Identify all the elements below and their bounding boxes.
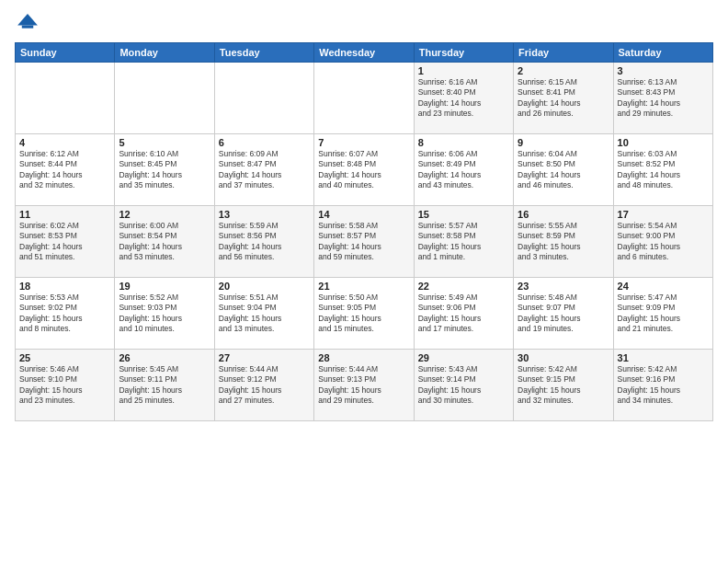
calendar-cell: 23Sunrise: 5:48 AM Sunset: 9:07 PM Dayli…	[514, 278, 613, 350]
day-number: 17	[618, 209, 709, 220]
calendar-week-5: 25Sunrise: 5:46 AM Sunset: 9:10 PM Dayli…	[16, 350, 713, 421]
day-number: 8	[418, 137, 509, 148]
day-number: 2	[518, 65, 609, 76]
logo-icon	[15, 11, 40, 37]
day-info: Sunrise: 6:04 AM Sunset: 8:50 PM Dayligh…	[518, 149, 609, 191]
day-info: Sunrise: 5:52 AM Sunset: 9:03 PM Dayligh…	[119, 293, 210, 335]
day-number: 6	[219, 137, 310, 148]
day-info: Sunrise: 5:51 AM Sunset: 9:04 PM Dayligh…	[219, 293, 310, 335]
day-info: Sunrise: 5:47 AM Sunset: 9:09 PM Dayligh…	[618, 293, 709, 335]
day-number: 14	[318, 209, 409, 220]
calendar-cell: 5Sunrise: 6:10 AM Sunset: 8:45 PM Daylig…	[115, 134, 214, 206]
day-number: 4	[19, 137, 110, 148]
day-number: 5	[119, 137, 210, 148]
day-info: Sunrise: 5:53 AM Sunset: 9:02 PM Dayligh…	[19, 293, 110, 335]
day-number: 13	[219, 209, 310, 220]
day-number: 19	[119, 281, 210, 292]
calendar-cell: 11Sunrise: 6:02 AM Sunset: 8:53 PM Dayli…	[16, 206, 115, 278]
day-info: Sunrise: 6:06 AM Sunset: 8:49 PM Dayligh…	[418, 149, 509, 191]
header	[15, 11, 713, 37]
day-info: Sunrise: 6:07 AM Sunset: 8:48 PM Dayligh…	[318, 149, 409, 191]
calendar-header-row: SundayMondayTuesdayWednesdayThursdayFrid…	[16, 43, 713, 63]
calendar-cell: 17Sunrise: 5:54 AM Sunset: 9:00 PM Dayli…	[613, 206, 712, 278]
day-number: 24	[618, 281, 709, 292]
calendar-cell: 26Sunrise: 5:45 AM Sunset: 9:11 PM Dayli…	[115, 350, 214, 421]
day-number: 18	[19, 281, 110, 292]
calendar-cell: 18Sunrise: 5:53 AM Sunset: 9:02 PM Dayli…	[16, 278, 115, 350]
day-number: 20	[219, 281, 310, 292]
calendar-cell: 7Sunrise: 6:07 AM Sunset: 8:48 PM Daylig…	[314, 134, 414, 206]
day-number: 27	[219, 352, 310, 363]
calendar-cell	[214, 63, 313, 134]
col-header-tuesday: Tuesday	[214, 43, 313, 63]
svg-marker-0	[17, 14, 38, 25]
calendar-cell: 25Sunrise: 5:46 AM Sunset: 9:10 PM Dayli…	[16, 350, 115, 421]
day-info: Sunrise: 5:58 AM Sunset: 8:57 PM Dayligh…	[318, 221, 409, 263]
day-info: Sunrise: 6:02 AM Sunset: 8:53 PM Dayligh…	[19, 221, 110, 263]
col-header-sunday: Sunday	[16, 43, 115, 63]
day-number: 25	[19, 352, 110, 363]
day-number: 15	[418, 209, 509, 220]
calendar-cell: 10Sunrise: 6:03 AM Sunset: 8:52 PM Dayli…	[613, 134, 712, 206]
day-info: Sunrise: 6:12 AM Sunset: 8:44 PM Dayligh…	[19, 149, 110, 191]
calendar-cell	[115, 63, 214, 134]
calendar-cell	[314, 63, 414, 134]
day-number: 22	[418, 281, 509, 292]
day-number: 11	[19, 209, 110, 220]
calendar-week-4: 18Sunrise: 5:53 AM Sunset: 9:02 PM Dayli…	[16, 278, 713, 350]
calendar-cell: 24Sunrise: 5:47 AM Sunset: 9:09 PM Dayli…	[613, 278, 712, 350]
day-info: Sunrise: 5:42 AM Sunset: 9:15 PM Dayligh…	[518, 364, 609, 407]
col-header-monday: Monday	[115, 43, 214, 63]
svg-rect-1	[22, 26, 33, 29]
calendar-cell	[16, 63, 115, 134]
calendar-cell: 13Sunrise: 5:59 AM Sunset: 8:56 PM Dayli…	[214, 206, 313, 278]
calendar-cell: 31Sunrise: 5:42 AM Sunset: 9:16 PM Dayli…	[613, 350, 712, 421]
day-info: Sunrise: 5:45 AM Sunset: 9:11 PM Dayligh…	[119, 364, 210, 407]
calendar-cell: 19Sunrise: 5:52 AM Sunset: 9:03 PM Dayli…	[115, 278, 214, 350]
day-number: 26	[119, 352, 210, 363]
day-number: 1	[418, 65, 509, 76]
day-info: Sunrise: 6:10 AM Sunset: 8:45 PM Dayligh…	[119, 149, 210, 191]
day-info: Sunrise: 6:09 AM Sunset: 8:47 PM Dayligh…	[219, 149, 310, 191]
day-number: 31	[618, 352, 709, 363]
day-info: Sunrise: 5:42 AM Sunset: 9:16 PM Dayligh…	[618, 364, 709, 407]
calendar-cell: 27Sunrise: 5:44 AM Sunset: 9:12 PM Dayli…	[214, 350, 313, 421]
day-number: 30	[518, 352, 609, 363]
day-number: 7	[318, 137, 409, 148]
calendar-cell: 6Sunrise: 6:09 AM Sunset: 8:47 PM Daylig…	[214, 134, 313, 206]
calendar-cell: 12Sunrise: 6:00 AM Sunset: 8:54 PM Dayli…	[115, 206, 214, 278]
calendar-cell: 14Sunrise: 5:58 AM Sunset: 8:57 PM Dayli…	[314, 206, 414, 278]
calendar-cell: 4Sunrise: 6:12 AM Sunset: 8:44 PM Daylig…	[16, 134, 115, 206]
day-info: Sunrise: 5:50 AM Sunset: 9:05 PM Dayligh…	[318, 293, 409, 335]
calendar-cell: 8Sunrise: 6:06 AM Sunset: 8:49 PM Daylig…	[414, 134, 513, 206]
calendar-cell: 20Sunrise: 5:51 AM Sunset: 9:04 PM Dayli…	[214, 278, 313, 350]
calendar-cell: 15Sunrise: 5:57 AM Sunset: 8:58 PM Dayli…	[414, 206, 513, 278]
day-info: Sunrise: 5:49 AM Sunset: 9:06 PM Dayligh…	[418, 293, 509, 335]
logo	[15, 11, 44, 37]
calendar-week-3: 11Sunrise: 6:02 AM Sunset: 8:53 PM Dayli…	[16, 206, 713, 278]
calendar-cell: 3Sunrise: 6:13 AM Sunset: 8:43 PM Daylig…	[613, 63, 712, 134]
calendar-cell: 21Sunrise: 5:50 AM Sunset: 9:05 PM Dayli…	[314, 278, 414, 350]
day-info: Sunrise: 5:44 AM Sunset: 9:12 PM Dayligh…	[219, 364, 310, 407]
day-number: 12	[119, 209, 210, 220]
calendar-cell: 29Sunrise: 5:43 AM Sunset: 9:14 PM Dayli…	[414, 350, 513, 421]
calendar-cell: 28Sunrise: 5:44 AM Sunset: 9:13 PM Dayli…	[314, 350, 414, 421]
day-info: Sunrise: 5:46 AM Sunset: 9:10 PM Dayligh…	[19, 364, 110, 407]
day-number: 3	[618, 65, 709, 76]
day-number: 29	[418, 352, 509, 363]
day-info: Sunrise: 5:54 AM Sunset: 9:00 PM Dayligh…	[618, 221, 709, 263]
day-info: Sunrise: 5:55 AM Sunset: 8:59 PM Dayligh…	[518, 221, 609, 263]
day-info: Sunrise: 5:48 AM Sunset: 9:07 PM Dayligh…	[518, 293, 609, 335]
calendar-cell: 2Sunrise: 6:15 AM Sunset: 8:41 PM Daylig…	[514, 63, 613, 134]
day-info: Sunrise: 6:00 AM Sunset: 8:54 PM Dayligh…	[119, 221, 210, 263]
day-info: Sunrise: 5:44 AM Sunset: 9:13 PM Dayligh…	[318, 364, 409, 407]
col-header-saturday: Saturday	[613, 43, 712, 63]
day-info: Sunrise: 5:43 AM Sunset: 9:14 PM Dayligh…	[418, 364, 509, 407]
calendar-table: SundayMondayTuesdayWednesdayThursdayFrid…	[15, 42, 713, 421]
day-info: Sunrise: 5:59 AM Sunset: 8:56 PM Dayligh…	[219, 221, 310, 263]
calendar-cell: 16Sunrise: 5:55 AM Sunset: 8:59 PM Dayli…	[514, 206, 613, 278]
day-number: 28	[318, 352, 409, 363]
day-number: 16	[518, 209, 609, 220]
day-info: Sunrise: 5:57 AM Sunset: 8:58 PM Dayligh…	[418, 221, 509, 263]
calendar-cell: 9Sunrise: 6:04 AM Sunset: 8:50 PM Daylig…	[514, 134, 613, 206]
